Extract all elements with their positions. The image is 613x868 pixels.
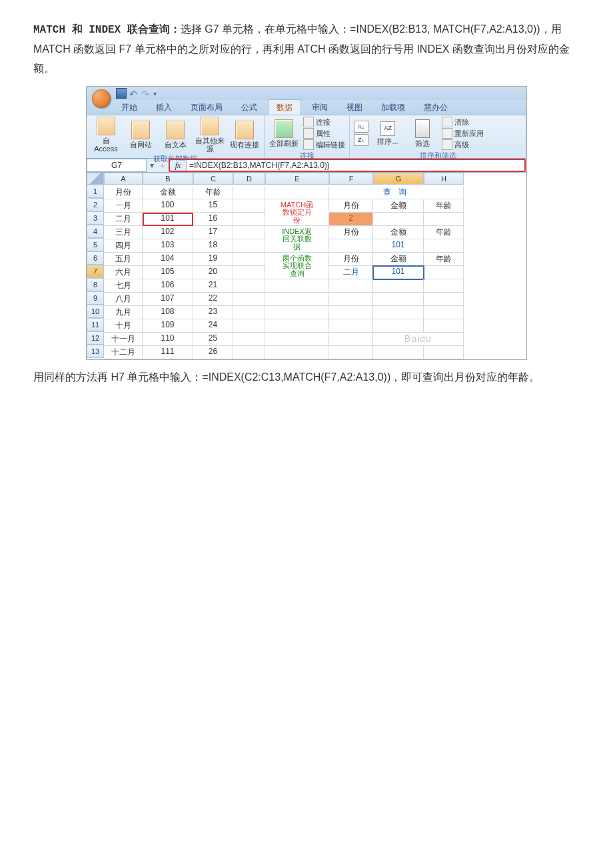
col-header[interactable]: E [265,173,329,185]
from-text-button[interactable]: 自文本 [160,121,191,149]
cell[interactable]: 23 [193,306,233,319]
fx-button[interactable]: fx [170,161,187,171]
row-header[interactable]: 7 [87,265,104,278]
cell-combined-desc[interactable]: 两个函数实现联合查询 [265,253,329,279]
cell[interactable]: 金额 [143,186,193,199]
cell[interactable] [233,279,265,293]
cell[interactable]: 金额 [373,253,424,266]
select-all-corner[interactable] [87,173,104,185]
cell[interactable]: 16 [193,213,233,226]
cell[interactable]: 104 [143,253,193,266]
cell[interactable]: 十月 [104,319,143,333]
cell[interactable] [329,319,373,333]
row-header[interactable]: 10 [87,305,104,318]
cell[interactable] [329,333,373,346]
cell[interactable]: 年龄 [424,253,464,266]
cell[interactable]: 105 [143,266,193,279]
cell[interactable]: 金额 [373,226,424,239]
tab-start[interactable]: 开始 [113,100,145,115]
cell[interactable] [233,346,265,359]
cell[interactable] [233,226,265,239]
cell[interactable]: 2 [329,213,373,226]
cell[interactable] [265,306,329,319]
sort-button[interactable]: AZ排序... [372,121,403,145]
cell[interactable] [424,266,464,279]
tab-layout[interactable]: 页面布局 [183,100,231,115]
row-header[interactable]: 3 [87,211,104,225]
col-header[interactable]: G [373,173,424,185]
cell[interactable]: 六月 [104,266,143,279]
cell[interactable]: 一月 [104,199,143,213]
cell[interactable]: 三月 [104,226,143,239]
col-header[interactable]: A [104,173,143,185]
tab-data[interactable]: 数据 [268,99,301,115]
col-header[interactable]: C [193,173,233,185]
cell[interactable]: 十二月 [104,346,143,359]
cell[interactable]: 年龄 [424,199,464,213]
cell[interactable]: 年龄 [193,186,233,199]
row-header[interactable]: 2 [87,198,104,211]
cell[interactable]: 24 [193,319,233,333]
cell[interactable] [424,213,464,226]
cell[interactable]: 22 [193,293,233,306]
cell[interactable] [265,186,329,199]
properties-button[interactable]: 属性 [303,128,345,139]
cell[interactable] [329,279,373,293]
cell[interactable]: 月份 [329,199,373,213]
cell[interactable] [424,293,464,306]
col-header[interactable]: D [233,173,265,185]
cell-index-desc[interactable]: INDEX返回关联数据 [265,226,329,253]
from-access-button[interactable]: 自 Access [91,117,121,153]
cell[interactable] [373,346,424,359]
cell[interactable] [233,186,265,199]
cell[interactable] [265,279,329,293]
cell[interactable]: 九月 [104,306,143,319]
cell[interactable]: 年龄 [424,226,464,239]
cell[interactable] [233,266,265,279]
cell[interactable]: 20 [193,266,233,279]
tab-insert[interactable]: 插入 [148,100,180,115]
cell[interactable]: 八月 [104,293,143,306]
name-box-dropdown-icon[interactable]: ▾ [147,159,157,172]
cell[interactable] [265,319,329,333]
cell[interactable]: 月份 [329,226,373,239]
refresh-all-button[interactable]: 全部刷新 [269,119,299,147]
row-header[interactable]: 11 [87,318,104,331]
formula-cancel-icon[interactable]: ● [157,159,168,172]
from-web-button[interactable]: 自网站 [125,121,156,149]
row-header[interactable]: 9 [87,291,104,305]
cell[interactable] [265,333,329,346]
cell[interactable] [373,279,424,293]
cell[interactable] [233,293,265,306]
tab-review[interactable]: 审阅 [304,100,336,115]
reapply-button[interactable]: 重新应用 [442,128,484,139]
cell[interactable] [424,239,464,253]
sort-desc-button[interactable]: Z↓ [354,134,368,146]
cell[interactable] [233,199,265,213]
cell[interactable] [233,319,265,333]
cell[interactable]: 月份 [104,186,143,199]
cell[interactable]: 18 [193,239,233,253]
tab-huiban[interactable]: 慧办公 [416,100,456,115]
cell[interactable] [329,239,373,253]
cell[interactable]: 二月 [329,266,373,279]
cell[interactable]: 17 [193,226,233,239]
cell[interactable]: 五月 [104,253,143,266]
cell[interactable] [265,346,329,359]
cell[interactable] [373,319,424,333]
cell[interactable]: 七月 [104,279,143,293]
cell[interactable]: 111 [143,346,193,359]
cell[interactable] [329,306,373,319]
undo-icon[interactable] [129,89,139,98]
edit-links-button[interactable]: 编辑链接 [303,139,345,150]
row-header[interactable]: 4 [87,225,104,238]
cell[interactable]: 102 [143,226,193,239]
cell[interactable]: 四月 [104,239,143,253]
cell-g7-active[interactable]: 101 [373,266,424,279]
cell-b3-highlight[interactable]: 101 [143,213,193,226]
connections-button[interactable]: 连接 [303,117,345,127]
cell[interactable] [233,306,265,319]
filter-button[interactable]: 筛选 [407,119,438,147]
from-other-button[interactable]: 自其他来源 [195,117,225,153]
tab-addin[interactable]: 加载项 [373,100,413,115]
